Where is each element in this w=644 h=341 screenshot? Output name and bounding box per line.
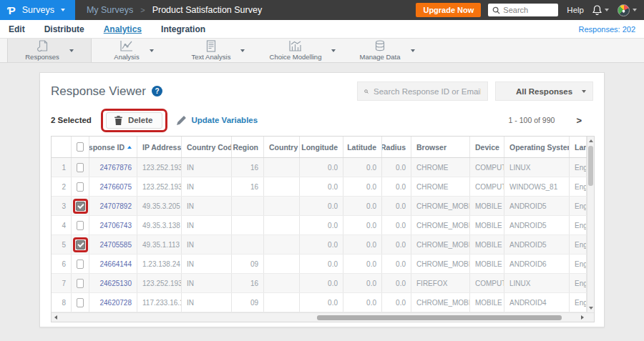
cell-browser: CHROME_MOBILE — [411, 216, 470, 234]
pencil-icon — [177, 116, 186, 125]
response-search[interactable] — [357, 81, 488, 101]
cell-response-id: 24766075 — [89, 177, 137, 196]
toolbar-responses[interactable]: Responses — [7, 39, 92, 62]
cell-country — [264, 177, 300, 196]
scroll-down-icon[interactable] — [589, 307, 593, 310]
tab-edit[interactable]: Edit — [9, 24, 25, 34]
surveys-menu-label: Surveys — [22, 5, 54, 15]
scroll-left-icon[interactable] — [54, 315, 57, 320]
cell-radius: 0.0 — [382, 158, 411, 177]
chevron-down-icon — [605, 9, 609, 11]
table-body: 124767876123.252.193.148IN160.00.00.0CHR… — [52, 158, 594, 312]
breadcrumb-separator-icon: > — [140, 6, 145, 14]
col-header-response-id[interactable]: Response ID — [89, 137, 137, 157]
col-header-longitude[interactable]: Longitude — [300, 137, 343, 157]
response-id-link[interactable]: 24705585 — [100, 241, 132, 249]
chevron-down-icon[interactable] — [240, 49, 245, 52]
response-id-link[interactable]: 24620728 — [100, 299, 132, 307]
account-menu[interactable] — [618, 4, 637, 16]
vscroll-thumb[interactable] — [588, 146, 593, 186]
survey-subnav: EditDistributeAnalyticsIntegration Respo… — [0, 20, 644, 39]
cell-checkbox — [72, 235, 89, 254]
cell-longitude: 0.0 — [300, 235, 343, 254]
notifications-button[interactable] — [592, 5, 609, 15]
row-checkbox[interactable] — [77, 221, 84, 230]
response-id-link[interactable]: 24625130 — [100, 280, 132, 287]
response-id-link[interactable]: 24707892 — [100, 202, 132, 210]
row-checkbox[interactable] — [77, 298, 84, 307]
col-header-latitude[interactable]: Latitude — [343, 137, 382, 157]
responses-filter-dropdown[interactable]: All Responses — [495, 81, 593, 101]
response-search-input[interactable] — [374, 87, 481, 96]
row-checkbox[interactable] — [77, 260, 84, 269]
select-all-checkbox[interactable] — [77, 142, 84, 152]
responses-count[interactable]: Responses: 202 — [579, 25, 636, 34]
subnav-tabs: EditDistributeAnalyticsIntegration — [9, 24, 205, 34]
chevron-down-icon — [582, 90, 586, 93]
row-checkbox[interactable] — [76, 202, 85, 211]
col-header-browser[interactable]: Browser — [411, 137, 470, 157]
toolbar-manage-data[interactable]: Manage Data — [345, 39, 429, 62]
breadcrumb-my-surveys[interactable]: My Surveys — [87, 5, 133, 15]
annotation-highlight-checkbox — [73, 237, 88, 252]
cell-latitude: 0.0 — [343, 216, 382, 234]
col-header-device[interactable]: Device — [470, 137, 504, 157]
row-checkbox[interactable] — [77, 182, 84, 192]
cell-response-id: 24664144 — [89, 254, 137, 273]
col-header-ip-address[interactable]: IP Address — [137, 137, 182, 157]
toolbar-text-analysis[interactable]: Text Analysis — [176, 39, 260, 62]
col-header-radius[interactable]: Radius — [382, 137, 411, 157]
row-checkbox[interactable] — [77, 279, 84, 288]
delete-label: Delete — [128, 116, 153, 124]
chevron-down-icon[interactable] — [411, 49, 415, 52]
tab-integration[interactable]: Integration — [161, 24, 205, 34]
response-id-link[interactable]: 24664144 — [100, 260, 132, 268]
col-header-country-code[interactable]: Country Code — [182, 137, 232, 157]
response-id-link[interactable]: 24706743 — [100, 222, 132, 229]
chevron-down-icon[interactable] — [150, 49, 154, 52]
global-search[interactable] — [488, 4, 558, 16]
chevron-down-icon[interactable] — [69, 49, 74, 52]
response-id-link[interactable]: 24767876 — [100, 164, 132, 172]
help-icon[interactable]: ? — [152, 86, 162, 97]
cell-region: 16 — [232, 274, 264, 292]
trash-icon — [114, 116, 122, 125]
help-link[interactable]: Help — [567, 6, 584, 14]
scroll-up-icon[interactable] — [589, 139, 593, 142]
hscroll-thumb[interactable] — [317, 315, 561, 320]
cell-operating-system: ANDROID5 — [504, 197, 570, 215]
row-checkbox[interactable] — [77, 163, 84, 172]
cell-checkbox — [72, 216, 89, 234]
global-search-input[interactable] — [503, 6, 553, 14]
row-checkbox[interactable] — [76, 240, 85, 249]
horizontal-scrollbar[interactable] — [52, 312, 594, 322]
cell-operating-system: WINDOWS_81 — [504, 177, 570, 196]
cell-country — [264, 235, 300, 254]
choice-modelling-icon — [288, 40, 303, 52]
product-switcher[interactable]: Ƥ Surveys — [0, 0, 75, 20]
response-id-link[interactable]: 24766075 — [100, 183, 132, 191]
col-header-region[interactable]: Region — [232, 137, 264, 157]
toolbar-choice-modelling[interactable]: Choice Modelling — [260, 39, 345, 62]
update-variables-button[interactable]: Update Variables — [177, 116, 258, 125]
chevron-down-icon[interactable] — [331, 49, 336, 52]
tab-analytics[interactable]: Analytics — [104, 24, 142, 34]
col-header-checkbox[interactable] — [72, 137, 89, 157]
cell-country-code: IN — [182, 216, 232, 234]
cell-ip-address: 123.252.193.148 — [137, 274, 182, 292]
vertical-scrollbar[interactable] — [587, 137, 594, 312]
col-header-operating-system[interactable]: Operating System — [504, 137, 570, 157]
cell-country — [264, 293, 300, 312]
delete-button[interactable]: Delete — [106, 112, 163, 129]
tab-distribute[interactable]: Distribute — [44, 24, 84, 34]
toolbar-analysis[interactable]: Analysis — [92, 39, 176, 62]
upgrade-now-button[interactable]: Upgrade Now — [416, 3, 481, 17]
cell-browser: FIREFOX — [411, 274, 470, 292]
col-header-country[interactable]: Country — [264, 137, 300, 157]
col-header-language[interactable]: Language — [570, 137, 587, 157]
cell-response-id: 24620728 — [89, 293, 137, 312]
scroll-right-icon[interactable] — [581, 315, 584, 320]
toolbar-label: Manage Data — [359, 53, 400, 61]
annotation-highlight-delete: Delete — [101, 109, 168, 132]
next-page-button[interactable]: > — [576, 115, 582, 126]
